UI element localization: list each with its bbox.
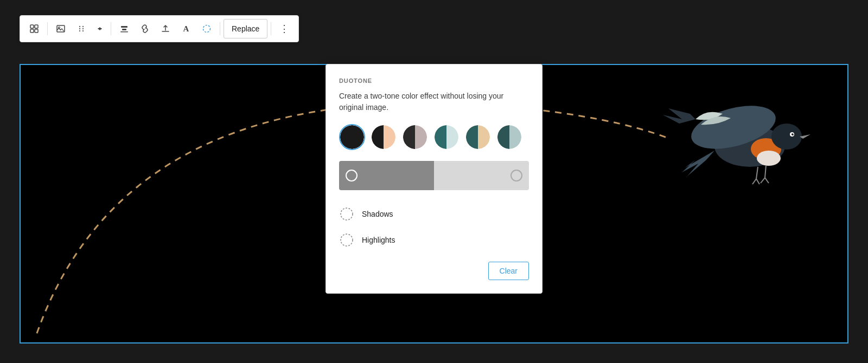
- duotone-title: DUOTONE: [339, 77, 529, 84]
- svg-point-23: [793, 133, 794, 134]
- slider-dark-handle[interactable]: [346, 170, 358, 182]
- svg-point-15: [203, 25, 210, 33]
- shadows-icon: [339, 206, 354, 222]
- svg-rect-12: [121, 26, 127, 28]
- shadows-label: Shadows: [362, 210, 393, 218]
- slider-dark-section: [339, 161, 434, 190]
- highlights-icon: [339, 232, 354, 248]
- swatch-teal-light[interactable]: [433, 124, 459, 150]
- image-button[interactable]: [51, 19, 71, 38]
- svg-rect-1: [35, 25, 38, 28]
- svg-rect-0: [30, 25, 34, 28]
- swatch-dark-light[interactable]: [402, 124, 428, 150]
- divider-1: [47, 22, 48, 35]
- slider-light-section: [434, 161, 529, 190]
- align-button[interactable]: [114, 19, 134, 38]
- duotone-description: Create a two-tone color effect without l…: [339, 90, 529, 113]
- drag-button[interactable]: [72, 19, 91, 38]
- highlights-label: Highlights: [362, 236, 395, 244]
- svg-point-8: [79, 28, 80, 29]
- clear-btn-row: Clear: [339, 262, 529, 280]
- svg-point-7: [82, 26, 84, 27]
- duotone-slider[interactable]: [339, 161, 529, 190]
- divider-4: [271, 22, 271, 35]
- swatch-teal-gray[interactable]: [496, 124, 522, 150]
- svg-point-11: [82, 30, 84, 31]
- divider-2: [111, 22, 111, 35]
- svg-rect-2: [30, 29, 34, 33]
- duotone-popup: DUOTONE Create a two-tone color effect w…: [326, 64, 542, 294]
- text-button[interactable]: A: [176, 19, 196, 38]
- slider-light-handle[interactable]: [510, 170, 522, 182]
- svg-point-20: [771, 124, 802, 150]
- image-toolbar: A Replace ⋮: [20, 15, 299, 42]
- svg-rect-3: [35, 29, 38, 33]
- link-button[interactable]: [135, 19, 155, 38]
- bird-illustration: [652, 76, 815, 195]
- highlights-option[interactable]: Highlights: [339, 227, 529, 253]
- spinner-button[interactable]: [197, 19, 216, 38]
- svg-rect-13: [122, 29, 126, 30]
- svg-point-31: [341, 234, 353, 246]
- swatch-black-peach[interactable]: [371, 124, 397, 150]
- swatch-teal-peach[interactable]: [465, 124, 491, 150]
- upload-button[interactable]: [156, 19, 175, 38]
- swatches-row: [339, 124, 529, 150]
- swatch-bw[interactable]: [339, 124, 365, 150]
- svg-rect-14: [120, 31, 128, 33]
- replace-button[interactable]: Replace: [224, 19, 267, 38]
- svg-point-30: [341, 208, 353, 220]
- svg-point-9: [82, 28, 84, 29]
- transform-button[interactable]: [24, 19, 44, 38]
- svg-point-6: [79, 26, 80, 27]
- move-button[interactable]: [92, 19, 107, 38]
- shadows-option[interactable]: Shadows: [339, 201, 529, 227]
- clear-button[interactable]: Clear: [488, 262, 529, 280]
- svg-point-10: [79, 30, 80, 31]
- divider-3: [220, 22, 220, 35]
- more-button[interactable]: ⋮: [275, 19, 294, 38]
- svg-point-19: [757, 151, 781, 166]
